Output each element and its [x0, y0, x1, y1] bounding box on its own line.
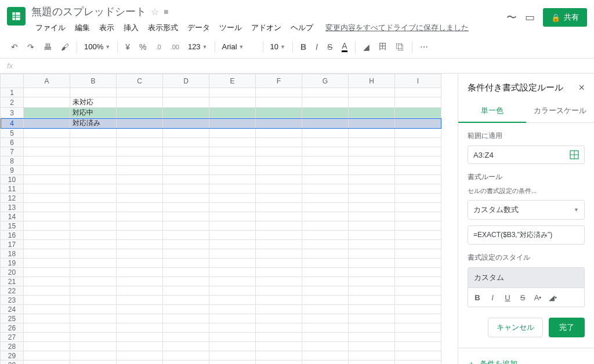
spreadsheet-grid[interactable]: ABCDEFGHI12未対応3対応中4対応済み56789101112131415… [0, 74, 458, 364]
cell-G4[interactable] [302, 118, 349, 129]
cell-F8[interactable] [256, 156, 302, 166]
cell-I14[interactable] [395, 212, 441, 221]
cell-A1[interactable] [24, 88, 70, 97]
cell-C22[interactable] [117, 286, 163, 296]
cell-C4[interactable] [117, 118, 163, 129]
cell-F11[interactable] [256, 184, 302, 194]
redo-button[interactable]: ↷ [23, 39, 38, 55]
row-header-19[interactable]: 19 [1, 259, 24, 268]
menu-view[interactable]: 表示 [95, 20, 118, 35]
cell-G30[interactable] [302, 361, 349, 365]
menu-insert[interactable]: 挿入 [119, 20, 143, 35]
row-header-29[interactable]: 29 [1, 351, 24, 361]
cell-E13[interactable] [209, 203, 256, 212]
cell-E22[interactable] [209, 286, 256, 296]
font-family-select[interactable]: Arial▼ [219, 40, 259, 53]
cell-C14[interactable] [117, 212, 163, 221]
cell-F13[interactable] [256, 203, 302, 212]
cell-E29[interactable] [209, 351, 256, 361]
cell-E18[interactable] [209, 249, 256, 259]
cell-H13[interactable] [349, 203, 395, 212]
cell-B4[interactable]: 対応済み [70, 118, 117, 129]
cell-E10[interactable] [209, 175, 256, 184]
row-header-12[interactable]: 12 [1, 194, 24, 203]
cell-G2[interactable] [302, 97, 349, 108]
cell-C25[interactable] [117, 314, 163, 323]
cell-C2[interactable] [117, 97, 163, 108]
cell-F29[interactable] [256, 351, 302, 361]
cell-B21[interactable] [70, 277, 117, 286]
comments-icon[interactable]: ▭ [525, 11, 535, 24]
cell-F5[interactable] [256, 129, 302, 138]
cell-A25[interactable] [24, 314, 70, 323]
cell-E7[interactable] [209, 147, 256, 156]
decrease-decimal-button[interactable]: .0 [151, 40, 165, 54]
add-rule-button[interactable]: ＋ 条件を追加 [468, 359, 585, 364]
range-input[interactable]: A3:Z4 [468, 145, 585, 164]
row-header-16[interactable]: 16 [1, 231, 24, 240]
bold-button[interactable]: B [296, 39, 310, 55]
cell-E4[interactable] [209, 118, 256, 129]
cell-A9[interactable] [24, 166, 70, 175]
text-color-button[interactable]: A [338, 38, 351, 56]
cell-F4[interactable] [256, 118, 302, 129]
cell-A13[interactable] [24, 203, 70, 212]
cell-B18[interactable] [70, 249, 117, 259]
cell-A3[interactable] [24, 108, 70, 118]
row-header-21[interactable]: 21 [1, 277, 24, 286]
cell-C24[interactable] [117, 305, 163, 314]
cell-A20[interactable] [24, 268, 70, 277]
cell-C1[interactable] [117, 88, 163, 97]
cell-C3[interactable] [117, 108, 163, 118]
cell-G21[interactable] [302, 277, 349, 286]
cell-I6[interactable] [395, 138, 441, 147]
share-button[interactable]: 🔒 共有 [543, 8, 587, 27]
more-toolbar-button[interactable]: ⋯ [416, 39, 432, 55]
cell-A29[interactable] [24, 351, 70, 361]
cell-D20[interactable] [163, 268, 209, 277]
cell-H30[interactable] [349, 361, 395, 365]
cell-H24[interactable] [349, 305, 395, 314]
italic-button[interactable]: I [486, 290, 499, 304]
cell-C30[interactable] [117, 361, 163, 365]
cell-I4[interactable] [395, 118, 441, 129]
cell-G28[interactable] [302, 342, 349, 351]
cell-D15[interactable] [163, 221, 209, 231]
cell-E19[interactable] [209, 259, 256, 268]
cell-B15[interactable] [70, 221, 117, 231]
cell-C17[interactable] [117, 240, 163, 249]
cell-F19[interactable] [256, 259, 302, 268]
cell-H6[interactable] [349, 138, 395, 147]
cell-I1[interactable] [395, 88, 441, 97]
cell-D3[interactable] [163, 108, 209, 118]
cell-B11[interactable] [70, 184, 117, 194]
cell-F23[interactable] [256, 296, 302, 305]
cell-B6[interactable] [70, 138, 117, 147]
cell-F20[interactable] [256, 268, 302, 277]
cell-D26[interactable] [163, 323, 209, 333]
row-header-23[interactable]: 23 [1, 296, 24, 305]
col-header-C[interactable]: C [117, 74, 163, 88]
cell-B10[interactable] [70, 175, 117, 184]
cell-I7[interactable] [395, 147, 441, 156]
cell-H22[interactable] [349, 286, 395, 296]
cell-I9[interactable] [395, 166, 441, 175]
cell-A14[interactable] [24, 212, 70, 221]
cell-E23[interactable] [209, 296, 256, 305]
cell-G14[interactable] [302, 212, 349, 221]
cell-A2[interactable] [24, 97, 70, 108]
cell-B28[interactable] [70, 342, 117, 351]
sheets-logo[interactable] [7, 7, 26, 26]
cell-F12[interactable] [256, 194, 302, 203]
star-icon[interactable]: ☆ [151, 6, 159, 17]
cell-E3[interactable] [209, 108, 256, 118]
cell-F6[interactable] [256, 138, 302, 147]
cell-D14[interactable] [163, 212, 209, 221]
cell-G6[interactable] [302, 138, 349, 147]
cell-I13[interactable] [395, 203, 441, 212]
fill-color-button[interactable]: ◢▾ [546, 290, 560, 304]
cell-I3[interactable] [395, 108, 441, 118]
cell-B26[interactable] [70, 323, 117, 333]
cell-D19[interactable] [163, 259, 209, 268]
cell-D8[interactable] [163, 156, 209, 166]
